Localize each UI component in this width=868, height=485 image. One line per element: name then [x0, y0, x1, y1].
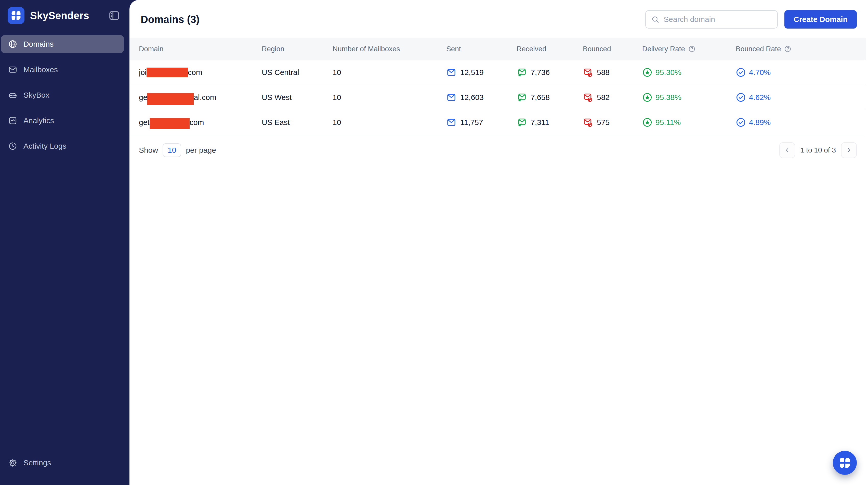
table-row[interactable]: geal.com US West 10 12,603 7,658 582 95.… — [129, 85, 866, 110]
delivery-rate-cell: 95.30% — [642, 67, 736, 78]
delivery-rate-cell: 95.11% — [642, 117, 736, 127]
chevron-right-icon — [845, 147, 852, 154]
region-cell: US West — [262, 93, 333, 102]
check-circle-icon — [736, 117, 746, 127]
redacted-text — [150, 118, 190, 129]
page-header: Domains (3) Create Domain — [129, 0, 868, 38]
page-title: Domains (3) — [141, 14, 199, 25]
page-size-group: Show 10 per page — [139, 143, 216, 157]
column-header-bounced: Bounced — [583, 45, 642, 53]
sent-mail-icon — [446, 117, 457, 127]
domain-cell: geal.com — [139, 92, 262, 103]
sidebar-item-label: Activity Logs — [24, 142, 66, 150]
sidebar-header: SkySenders — [0, 0, 129, 32]
sidebar: SkySenders Domains Mailboxes — [0, 0, 129, 485]
gear-icon — [8, 458, 17, 467]
redacted-text — [147, 67, 188, 77]
sidebar-collapse-icon[interactable] — [108, 9, 120, 22]
sidebar-footer: Settings — [1, 454, 124, 479]
inbox-icon — [8, 91, 17, 100]
star-circle-icon — [642, 92, 652, 102]
check-circle-icon — [736, 67, 746, 78]
mailboxes-cell: 10 — [333, 68, 446, 77]
chevron-left-icon — [784, 147, 791, 154]
sidebar-item-analytics[interactable]: Analytics — [1, 112, 124, 129]
analytics-icon — [8, 116, 17, 125]
create-domain-button[interactable]: Create Domain — [784, 10, 857, 29]
table-row[interactable]: joicom US Central 10 12,519 7,736 588 95… — [129, 60, 866, 85]
sidebar-item-domains[interactable]: Domains — [1, 35, 124, 53]
page-size-select[interactable]: 10 — [163, 143, 181, 157]
bounced-mail-icon — [583, 117, 593, 127]
sidebar-item-mailboxes[interactable]: Mailboxes — [1, 61, 124, 79]
received-mail-icon — [517, 117, 527, 127]
bounced-cell: 582 — [583, 92, 642, 102]
column-header-sent: Sent — [446, 45, 517, 53]
region-cell: US Central — [262, 68, 333, 77]
bounced-mail-icon — [583, 67, 593, 78]
sent-mail-icon — [446, 92, 457, 102]
table-header-row: Domain Region Number of Mailboxes Sent R… — [129, 38, 866, 60]
sidebar-item-label: Analytics — [24, 116, 54, 125]
bounced-rate-cell: 4.89% — [736, 117, 866, 127]
header-actions: Create Domain — [645, 10, 857, 29]
bounced-rate-cell: 4.62% — [736, 92, 866, 102]
sent-cell: 12,603 — [446, 92, 517, 102]
brand-floating-button[interactable] — [833, 451, 857, 475]
bounced-rate-cell: 4.70% — [736, 67, 866, 78]
received-cell: 7,311 — [517, 117, 583, 127]
column-header-mailboxes: Number of Mailboxes — [333, 45, 446, 53]
app-title: SkySenders — [30, 10, 89, 22]
table-row[interactable]: getcom US East 10 11,757 7,311 575 95.11… — [129, 110, 866, 135]
sent-cell: 11,757 — [446, 117, 517, 127]
sidebar-item-label: Domains — [24, 40, 54, 49]
search-input[interactable] — [663, 15, 772, 24]
skysenders-logo-icon — [10, 10, 22, 21]
star-circle-icon — [642, 117, 652, 127]
mailboxes-cell: 10 — [333, 118, 446, 127]
bounced-mail-icon — [583, 92, 593, 102]
sidebar-item-settings[interactable]: Settings — [1, 454, 124, 472]
search-box — [645, 10, 778, 29]
sidebar-item-label: SkyBox — [24, 91, 50, 99]
sidebar-nav: Domains Mailboxes SkyBox Analytics — [0, 32, 129, 155]
column-header-delivery-rate: Delivery Rate — [642, 45, 736, 53]
next-page-button[interactable] — [841, 142, 857, 158]
received-cell: 7,658 — [517, 92, 583, 102]
previous-page-button[interactable] — [779, 142, 795, 158]
region-cell: US East — [262, 118, 333, 127]
column-header-received: Received — [517, 45, 583, 53]
bounced-cell: 575 — [583, 117, 642, 127]
globe-icon — [8, 39, 17, 49]
app-logo — [8, 7, 25, 24]
sent-cell: 12,519 — [446, 67, 517, 78]
main-panel: Domains (3) Create Domain Domain Region … — [129, 0, 868, 485]
search-icon — [651, 15, 659, 24]
column-header-domain: Domain — [139, 45, 262, 53]
star-circle-icon — [642, 67, 652, 78]
check-circle-icon — [736, 92, 746, 102]
sidebar-item-skybox[interactable]: SkyBox — [1, 86, 124, 104]
per-page-label: per page — [186, 146, 216, 154]
sidebar-item-activity-logs[interactable]: Activity Logs — [1, 137, 124, 155]
mailboxes-cell: 10 — [333, 93, 446, 102]
redacted-text — [147, 93, 194, 105]
sent-mail-icon — [446, 67, 457, 78]
domain-cell: getcom — [139, 117, 262, 128]
help-circle-icon[interactable] — [784, 45, 792, 53]
sidebar-item-label: Settings — [24, 458, 51, 467]
sidebar-item-label: Mailboxes — [24, 65, 58, 74]
pagination-range: 1 to 10 of 3 — [800, 146, 836, 154]
pager: 1 to 10 of 3 — [779, 142, 857, 158]
show-label: Show — [139, 146, 158, 154]
clock-icon — [8, 142, 17, 151]
mail-icon — [8, 65, 17, 74]
column-header-region: Region — [262, 45, 333, 53]
help-circle-icon[interactable] — [688, 45, 696, 53]
received-cell: 7,736 — [517, 67, 583, 78]
bounced-cell: 588 — [583, 67, 642, 78]
skysenders-logo-icon — [838, 456, 851, 469]
received-mail-icon — [517, 67, 527, 78]
table-footer: Show 10 per page 1 to 10 of 3 — [129, 135, 868, 158]
column-header-bounced-rate: Bounced Rate — [736, 45, 866, 53]
